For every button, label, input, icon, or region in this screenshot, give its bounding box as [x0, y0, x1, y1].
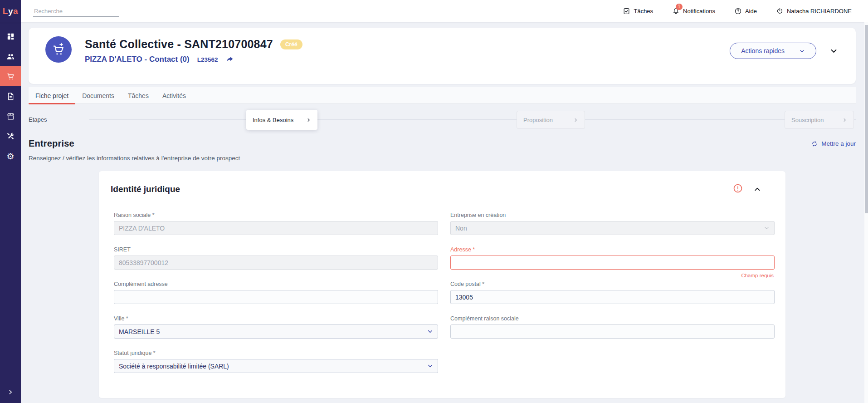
tools-icon — [6, 132, 15, 141]
field-adresse: Adresse * Champ requis — [450, 246, 775, 270]
user-menu-button[interactable]: Natacha RICHIARDONE — [776, 7, 852, 15]
sidebar-item-documents[interactable] — [0, 86, 21, 106]
sidebar-item-contacts[interactable] — [0, 46, 21, 66]
sidebar-item-projects[interactable] — [0, 66, 21, 86]
select-value: Société à responsabilité limitée (SARL) — [119, 363, 427, 370]
logo-letter: a — [13, 6, 18, 16]
chevron-right-icon — [7, 389, 14, 395]
app-logo[interactable]: Lya — [0, 0, 21, 22]
update-button[interactable]: Mettre a jour — [811, 140, 856, 147]
dashboard-icon — [6, 32, 15, 41]
power-icon — [776, 7, 784, 15]
complement-adresse-input[interactable] — [114, 290, 438, 304]
statut-juridique-select[interactable]: Société à responsabilité limitée (SARL) — [114, 359, 438, 373]
share-arrow-icon — [226, 55, 234, 64]
global-search — [33, 6, 119, 17]
step-infos-besoins[interactable]: Infos & Besoins — [246, 110, 317, 130]
help-menu-button[interactable]: Aide — [734, 7, 757, 15]
scrollbar-thumb[interactable] — [865, 25, 868, 213]
step-label: Souscription — [791, 117, 824, 123]
field-label: Ville * — [114, 315, 438, 322]
error-alert-icon — [733, 183, 743, 195]
chevron-down-icon — [799, 48, 805, 54]
help-label: Aide — [745, 8, 757, 15]
field-code-postal: Code postal * — [450, 281, 775, 304]
project-steps: Etapes Infos & Besoins Proposition Sousc… — [29, 109, 856, 130]
field-label: Complément raison sociale — [450, 315, 775, 322]
status-badge: Créé — [280, 39, 302, 49]
cart-plus-icon — [52, 43, 65, 56]
contact-link[interactable]: PIZZA D'ALETO - Contact (0) — [85, 55, 190, 64]
field-statut-juridique: Statut juridique * Société à responsabil… — [114, 350, 438, 373]
step-souscription[interactable]: Souscription — [785, 111, 854, 129]
clipboard-check-icon — [623, 7, 630, 15]
field-label: SIRET — [114, 246, 438, 253]
complement-raison-sociale-input[interactable] — [450, 324, 775, 339]
field-ville: Ville * MARSEILLE 5 — [114, 315, 438, 339]
header-collapse-button[interactable] — [830, 47, 838, 55]
field-error-message: Champ requis — [741, 273, 774, 278]
siret-input — [114, 256, 438, 270]
store-icon — [6, 112, 15, 121]
steps-connector-line — [89, 119, 856, 120]
chevron-right-icon — [573, 118, 578, 123]
gear-icon: ⚙ — [6, 152, 14, 161]
tasks-label: Tâches — [634, 8, 653, 15]
tab-documents[interactable]: Documents — [75, 87, 121, 103]
tab-fiche-projet[interactable]: Fiche projet — [29, 87, 75, 103]
page-scrollbar[interactable] — [864, 22, 868, 403]
chevron-right-icon — [842, 118, 847, 123]
sidebar-nav: ⚙ — [0, 22, 21, 403]
section-description: Renseignez / vérifiez les informations r… — [29, 155, 856, 162]
select-value: MARSEILLE 5 — [119, 328, 427, 335]
step-proposition[interactable]: Proposition — [517, 111, 585, 129]
sidebar-item-marketplace[interactable] — [0, 106, 21, 126]
logo-letter: y — [8, 6, 13, 16]
field-label: Adresse * — [450, 246, 775, 253]
adresse-input[interactable] — [450, 256, 775, 270]
chevron-down-icon — [830, 47, 838, 55]
chevron-down-icon — [764, 225, 770, 231]
share-button[interactable] — [226, 55, 234, 64]
project-title: Santé Collective - SANT210700847 — [85, 38, 273, 51]
notifications-menu-button[interactable]: 1 Notifications — [672, 7, 715, 15]
field-label: Raison sociale * — [114, 212, 438, 218]
project-header-card: Santé Collective - SANT210700847 Créé PI… — [29, 28, 856, 84]
sync-icon — [811, 140, 818, 147]
chevron-right-icon — [306, 118, 311, 123]
sidebar-item-settings[interactable]: ⚙ — [0, 146, 21, 166]
field-label: Code postal * — [450, 281, 775, 287]
field-label: Complément adresse — [114, 281, 438, 287]
quick-actions-button[interactable]: Actions rapides — [730, 43, 816, 59]
card-title: Identité juridique — [111, 184, 180, 194]
search-input[interactable] — [33, 6, 119, 17]
project-avatar — [45, 36, 72, 63]
sidebar-expand-button[interactable] — [0, 386, 21, 398]
project-tabs: Fiche projet Documents Tâches Activités — [29, 87, 856, 104]
reference-code: L23562 — [197, 56, 218, 63]
card-collapse-button[interactable] — [754, 186, 761, 193]
entreprise-en-creation-select: Non — [450, 221, 775, 235]
sidebar-item-dashboard[interactable] — [0, 26, 21, 46]
steps-label: Etapes — [29, 116, 47, 123]
topbar-actions: Tâches 1 Notifications Aide Natacha RICH… — [623, 7, 852, 15]
help-icon — [734, 7, 742, 15]
user-name-label: Natacha RICHIARDONE — [787, 8, 852, 15]
tasks-menu-button[interactable]: Tâches — [623, 7, 653, 15]
chevron-down-icon — [427, 363, 433, 369]
code-postal-input[interactable] — [450, 290, 775, 304]
field-label: Entreprise en création — [450, 212, 775, 218]
topbar: Lya Tâches 1 Notifications Aide Natacha … — [0, 0, 868, 22]
step-label: Infos & Besoins — [253, 117, 293, 123]
field-complement-adresse: Complément adresse — [114, 281, 438, 304]
ville-select[interactable]: MARSEILLE 5 — [114, 324, 438, 339]
tab-taches[interactable]: Tâches — [121, 87, 156, 103]
notification-count-badge: 1 — [676, 4, 683, 10]
sidebar-item-tools[interactable] — [0, 126, 21, 146]
tab-activites[interactable]: Activités — [156, 87, 193, 103]
people-icon — [6, 52, 15, 61]
step-label: Proposition — [523, 117, 553, 123]
main-content: Santé Collective - SANT210700847 Créé PI… — [21, 22, 868, 403]
chevron-down-icon — [427, 329, 433, 334]
logo-letter: L — [3, 6, 8, 16]
